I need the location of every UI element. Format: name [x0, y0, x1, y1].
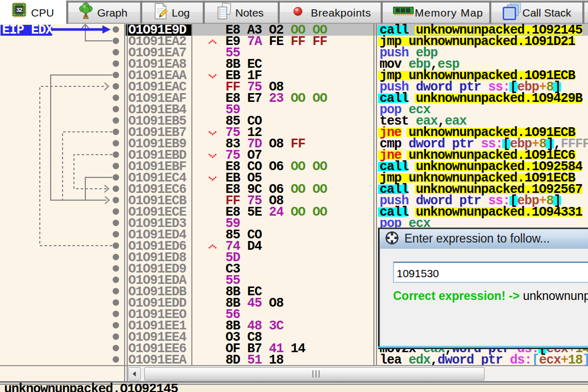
svg-text:32: 32: [17, 7, 22, 13]
